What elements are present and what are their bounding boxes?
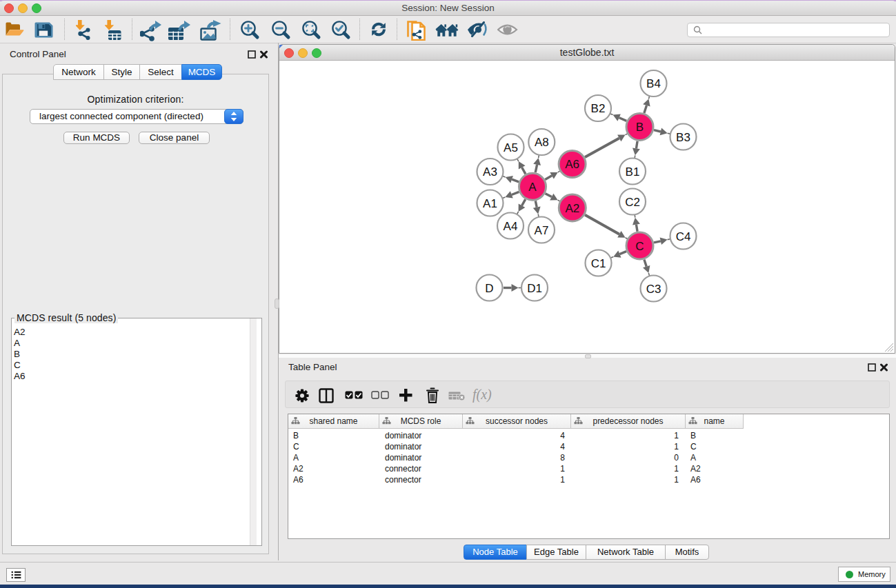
svg-text:A5: A5 xyxy=(504,141,518,154)
svg-text:A4: A4 xyxy=(504,220,518,233)
svg-text:C3: C3 xyxy=(646,283,661,296)
svg-text:D1: D1 xyxy=(527,282,542,295)
svg-text:B2: B2 xyxy=(591,102,606,115)
svg-text:A6: A6 xyxy=(565,158,579,171)
svg-text:B1: B1 xyxy=(626,165,640,179)
svg-text:A7: A7 xyxy=(535,224,549,237)
svg-text:A1: A1 xyxy=(483,197,497,210)
svg-text:C4: C4 xyxy=(676,230,691,243)
svg-text:A8: A8 xyxy=(535,136,549,149)
svg-text:B4: B4 xyxy=(646,77,661,90)
svg-text:A2: A2 xyxy=(565,202,579,215)
svg-text:C2: C2 xyxy=(625,196,640,209)
svg-text:C1: C1 xyxy=(591,257,606,270)
svg-text:A3: A3 xyxy=(483,165,497,179)
svg-text:C: C xyxy=(635,240,644,253)
svg-text:A: A xyxy=(528,181,537,194)
svg-text:B: B xyxy=(636,121,644,134)
svg-text:D: D xyxy=(485,282,493,295)
svg-text:B3: B3 xyxy=(676,131,690,144)
